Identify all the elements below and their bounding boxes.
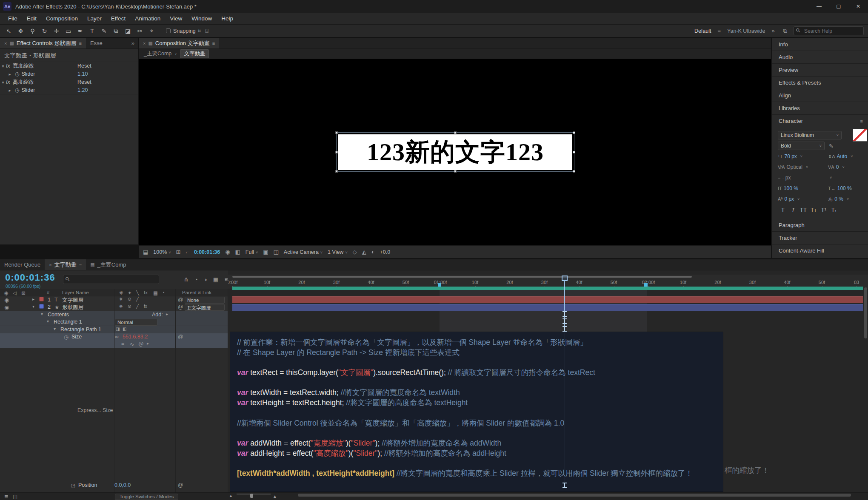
horizontal-scale-field[interactable]: T↔100 % (828, 185, 852, 191)
effect-row-width-scale[interactable]: ▾ fx 寬度縮放 Reset (0, 62, 138, 70)
tab-main-comp[interactable]: ▦ _主要Comp (86, 259, 130, 270)
eye-icon[interactable]: ◉ (4, 297, 9, 303)
breadcrumb-current-comp[interactable]: 文字動畫 (180, 49, 209, 58)
grid-options-icon[interactable]: ⊞ (176, 249, 181, 255)
breadcrumb-parent-comp[interactable]: _主要Comp (144, 50, 171, 57)
puppet-pin-tool[interactable]: ⌖ (146, 27, 157, 34)
twirl-open-icon[interactable]: ▾ (54, 327, 56, 331)
stroke-width-field[interactable]: ≡- px (778, 175, 791, 181)
style-button-1[interactable]: T (788, 207, 798, 213)
parent-dropdown[interactable]: None˅ (185, 297, 225, 304)
parent-dropdown[interactable]: 1.文字圖層˅ (185, 304, 225, 311)
snapping-checkbox[interactable] (166, 28, 171, 33)
menu-item-help[interactable]: Help (217, 13, 238, 24)
param-value[interactable]: 1.20 (77, 87, 88, 93)
workspace-menu-icon[interactable]: ≡ (715, 28, 723, 34)
panel-menu-icon[interactable]: ≡ (212, 41, 215, 46)
layer-bar-shape[interactable] (232, 304, 863, 311)
twirl-open-icon[interactable]: ▾ (41, 312, 43, 316)
pick-whip-icon[interactable]: @ (178, 297, 183, 303)
vertical-scale-field[interactable]: IT100 % (778, 185, 798, 191)
zoom-tool[interactable]: ⚲ (27, 28, 38, 34)
layer-name[interactable]: 文字圖層 (62, 297, 83, 304)
stopwatch-icon[interactable]: ◷ (64, 334, 69, 340)
menu-item-composition[interactable]: Composition (41, 13, 83, 24)
eraser-tool[interactable]: ◪ (123, 28, 133, 34)
effect-name[interactable]: 寬度縮放 (13, 62, 34, 70)
menu-item-view[interactable]: View (165, 13, 187, 24)
panel-menu-icon[interactable]: ≡ (79, 41, 81, 46)
path-direction-icon[interactable]: ◨ (116, 327, 120, 331)
selection-handle[interactable] (335, 170, 338, 173)
twirl-open-icon[interactable]: ▾ (0, 80, 6, 85)
twirl-open-icon[interactable]: ▾ (47, 319, 49, 324)
group-name[interactable]: Rectangle 1 (54, 319, 82, 325)
pixel-aspect-icon[interactable]: ◇ (353, 249, 357, 255)
exposure-value[interactable]: +0.0 (380, 249, 391, 255)
collapse-switch-icon[interactable]: ⊙ (128, 297, 131, 301)
fill-stroke-swatch[interactable] (853, 129, 867, 142)
selection-tool[interactable]: ↖ (3, 28, 14, 34)
clone-stamp-tool[interactable]: ⧉ (111, 27, 121, 34)
reset-link[interactable]: Reset (77, 79, 91, 85)
fast-previews-icon[interactable]: ◭ (362, 249, 366, 255)
tab-effect-controls[interactable]: × ▦ Effect Controls 形狀圖層 ≡ (0, 38, 86, 48)
menu-item-layer[interactable]: Layer (83, 13, 106, 24)
close-button[interactable]: ✕ (848, 0, 868, 13)
hide-shy-layers-icon[interactable]: ◑ (204, 276, 207, 283)
menu-item-edit[interactable]: Edit (22, 13, 41, 24)
timeline-search-input[interactable] (63, 275, 159, 284)
fx-switch-icon[interactable]: fx (144, 304, 147, 309)
label-color-swatch[interactable] (39, 304, 44, 309)
tab-close-icon[interactable]: × (49, 262, 51, 267)
current-time-display[interactable]: 0:00:01:36 (194, 249, 220, 255)
font-family-select[interactable]: Linux Biolinum˅ (778, 131, 842, 139)
add-button-icon[interactable]: ▸ (166, 312, 168, 316)
menu-item-file[interactable]: File (3, 13, 22, 24)
zoom-in-icon[interactable]: ▲ (272, 494, 277, 500)
property-name[interactable]: Position (78, 482, 97, 488)
composition-mini-flowchart-icon[interactable]: ⋔ (184, 276, 188, 283)
panel-header-align[interactable]: Align (772, 89, 868, 102)
orbit-camera-tool[interactable]: ↻ (39, 28, 50, 34)
stroke-style-select[interactable]: ˅ (828, 176, 832, 180)
zoom-out-icon[interactable]: ▲ (229, 494, 233, 498)
position-property-row[interactable]: ◷ Position 0.0,0.0 @ (0, 482, 228, 489)
shy-switch-icon[interactable]: ❋ (119, 304, 123, 309)
workspace-overflow-icon[interactable]: » (769, 28, 777, 34)
group-name[interactable]: Contents (48, 312, 69, 318)
panel-menu-icon[interactable]: ≡ (79, 262, 82, 267)
character-panel-header[interactable]: Character ≡ (772, 114, 868, 127)
shape-tool[interactable]: ▭ (63, 28, 74, 34)
tab-overflow-icon[interactable]: » (128, 38, 138, 48)
size-value[interactable]: 551.6,83.2 (123, 334, 148, 340)
twirl-open-icon[interactable]: ▾ (32, 304, 34, 309)
panel-header-preview[interactable]: Preview (772, 63, 868, 76)
style-button-0[interactable]: T (778, 207, 788, 213)
tab-essential-graphics[interactable]: Esse (86, 38, 107, 48)
tracking-field[interactable]: V̲A̲0˅ (828, 164, 845, 170)
style-button-5[interactable]: T₁ (829, 207, 839, 213)
toggle-switches-modes-button[interactable]: Toggle Switches / Modes (115, 494, 178, 500)
quality-switch-icon[interactable]: ╱ (136, 304, 139, 309)
font-style-select[interactable]: Bold˅ (778, 142, 825, 150)
shy-switch-icon[interactable]: ❋ (119, 297, 123, 301)
stopwatch-icon[interactable]: ◷ (71, 482, 75, 489)
view-layout-dropdown[interactable]: 1 View˅ (328, 249, 348, 255)
eye-icon[interactable]: ◉ (4, 304, 9, 310)
type-tool[interactable]: T (87, 28, 97, 34)
menu-item-animation[interactable]: Animation (130, 13, 165, 24)
font-size-field[interactable]: ᵀT70 px˅ (778, 153, 802, 159)
exposure-icon[interactable]: ◐ (371, 249, 375, 255)
layer-name[interactable]: 形狀圖層 (62, 304, 83, 311)
style-button-2[interactable]: TT (798, 207, 808, 213)
playhead[interactable] (562, 276, 568, 281)
twirl-closed-icon[interactable]: ▸ (7, 72, 13, 77)
quality-switch-icon[interactable]: ╱ (136, 297, 139, 301)
leading-field[interactable]: ⇕AAuto˅ (828, 153, 853, 159)
group-name[interactable]: Rectangle Path 1 (60, 327, 101, 332)
timeline-vertical-scrollbar[interactable] (864, 287, 867, 338)
panel-header-info[interactable]: Info (772, 38, 868, 51)
expression-language-icon[interactable]: ▸ (147, 341, 149, 346)
kerning-field[interactable]: V⁄AOptical˅ (778, 164, 808, 170)
